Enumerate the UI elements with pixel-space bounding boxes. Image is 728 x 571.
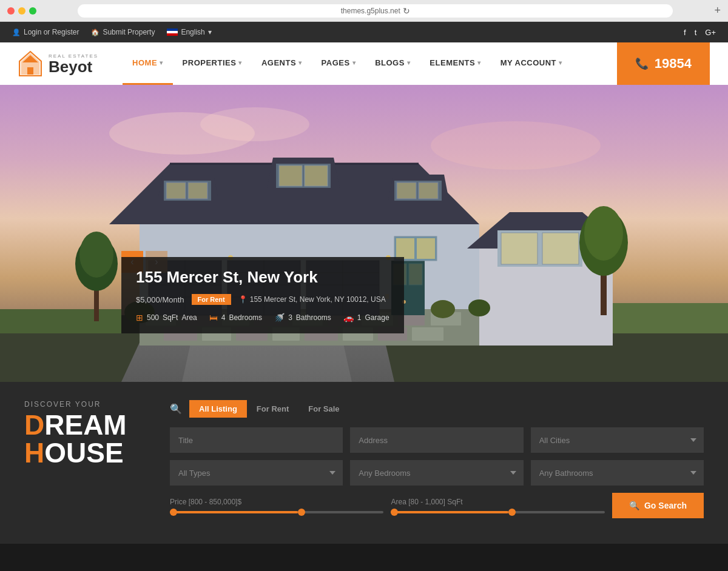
- close-window-button[interactable]: [7, 7, 15, 15]
- tab-for-sale[interactable]: For Sale: [298, 400, 349, 418]
- tab-all-listing[interactable]: All Listing: [189, 400, 247, 418]
- bedrooms-select[interactable]: Any Bedrooms: [350, 460, 523, 486]
- feature-garage: 🚗 1 Garage: [343, 313, 389, 322]
- twitter-icon[interactable]: t: [695, 28, 697, 37]
- nav-pages[interactable]: PAGES ▾: [312, 42, 366, 85]
- property-overlay: 155 Mercer St, New York $5,000/Month For…: [121, 257, 404, 333]
- tab-for-rent[interactable]: For Rent: [247, 400, 298, 418]
- search-btn-label: Go Search: [644, 501, 687, 510]
- nav-blogs[interactable]: BLOGS ▾: [365, 42, 420, 85]
- svg-point-83: [584, 206, 623, 261]
- nav-account[interactable]: MY ACCOUNT ▾: [491, 42, 572, 85]
- language-selector[interactable]: English ▾: [167, 28, 211, 36]
- svg-rect-23: [166, 182, 186, 199]
- dream-ream: REAM: [44, 409, 126, 441]
- search-row-3: Price [800 - 850,000]$ Area [80 - 1,000]…: [170, 493, 704, 518]
- nav-home-arrow: ▾: [160, 59, 163, 66]
- property-badge: For Rent: [192, 294, 231, 305]
- add-tab-button[interactable]: +: [714, 4, 721, 17]
- svg-rect-3: [27, 67, 33, 75]
- nav-account-label: MY ACCOUNT: [500, 58, 556, 67]
- svg-point-80: [79, 232, 113, 278]
- feature-bathrooms: 🚿 3 Bathrooms: [274, 313, 331, 322]
- svg-rect-77: [542, 233, 579, 264]
- nav-agents[interactable]: AGENTS ▾: [252, 42, 312, 85]
- nav-properties-label: PROPERTIES: [183, 58, 237, 67]
- bedrooms-label: Bedrooms: [229, 313, 262, 322]
- hero-background: [0, 85, 728, 382]
- phone-box[interactable]: 📞 19854: [617, 42, 710, 85]
- search-magnifier-icon: 🔍: [170, 403, 182, 415]
- svg-rect-46: [412, 327, 443, 341]
- user-icon: 👤: [12, 28, 21, 36]
- svg-rect-24: [188, 182, 207, 199]
- dream-text: DISCOVER YOUR DREAM HOUSE: [24, 400, 146, 467]
- logo-icon: [18, 50, 42, 77]
- type-select[interactable]: All Types: [170, 460, 343, 486]
- nav-pages-label: PAGES: [322, 58, 350, 67]
- svg-point-8: [431, 121, 601, 170]
- address-input[interactable]: [350, 427, 523, 453]
- nav-properties[interactable]: PROPERTIES ▾: [173, 42, 252, 85]
- svg-rect-69: [396, 238, 414, 259]
- url-text: themes.g5plus.net: [341, 7, 400, 15]
- property-meta: $5,000/Month For Rent 📍 155 Mercer St, N…: [136, 293, 389, 306]
- search-button[interactable]: 🔍 Go Search: [612, 493, 704, 518]
- feature-area: ⊞ 500 SqFt Area: [136, 313, 197, 322]
- address-bar[interactable]: themes.g5plus.net ↻: [78, 4, 673, 18]
- bathrooms-select[interactable]: Any Bathrooms: [531, 460, 704, 486]
- maximize-window-button[interactable]: [29, 7, 36, 15]
- dream-heading: DREAM HOUSE: [24, 411, 146, 467]
- login-register-link[interactable]: 👤 Login or Register: [12, 28, 79, 36]
- nav-account-arrow: ▾: [559, 59, 562, 66]
- nav-home-label: HOME: [132, 58, 157, 67]
- garage-value: 1: [357, 313, 362, 322]
- nav-properties-arrow: ▾: [238, 59, 242, 66]
- nav-agents-label: AGENTS: [261, 58, 296, 67]
- main-nav: HOME ▾ PROPERTIES ▾ AGENTS ▾ PAGES ▾ BLO…: [123, 42, 617, 85]
- area-value: 500: [147, 313, 159, 322]
- price-range-min-thumb[interactable]: [170, 509, 177, 516]
- logo-text: REAL ESTATES Beyot: [49, 53, 98, 75]
- property-address: 📍 155 Mercer St, New York, NY 10012, USA: [238, 295, 386, 304]
- area-range-fill: [391, 511, 508, 513]
- svg-rect-76: [501, 233, 538, 264]
- price-range-group: Price [800 - 850,000]$: [170, 498, 383, 513]
- search-tabs: 🔍 All Listing For Rent For Sale: [170, 400, 704, 418]
- area-range-group: Area [80 - 1,000] SqFt: [391, 498, 604, 513]
- area-range-min-thumb[interactable]: [391, 509, 398, 516]
- search-row-1: All Cities: [170, 427, 704, 453]
- search-row-2: All Types Any Bedrooms Any Bathrooms: [170, 460, 704, 486]
- nav-elements[interactable]: ELEMENTS ▾: [420, 42, 490, 85]
- window-controls: [7, 7, 36, 15]
- svg-point-7: [200, 107, 309, 141]
- google-plus-icon[interactable]: G+: [705, 28, 716, 37]
- refresh-icon[interactable]: ↻: [403, 6, 410, 16]
- hero-section: ‹ › 155 Mercer St, New York $5,000/Month…: [0, 85, 728, 382]
- bedrooms-value: 4: [221, 313, 226, 322]
- discover-label: DISCOVER YOUR: [24, 400, 146, 409]
- title-input[interactable]: [170, 427, 343, 453]
- svg-point-86: [468, 299, 490, 316]
- minimize-window-button[interactable]: [18, 7, 25, 15]
- top-bar: 👤 Login or Register 🏠 Submit Property En…: [0, 22, 728, 42]
- area-range-max-thumb[interactable]: [508, 509, 516, 516]
- phone-number: 19854: [655, 56, 692, 72]
- svg-rect-11: [0, 309, 121, 333]
- nav-elements-label: ELEMENTS: [430, 58, 475, 67]
- price-range-max-thumb[interactable]: [298, 509, 305, 516]
- location-icon: 📍: [238, 295, 248, 304]
- logo[interactable]: REAL ESTATES Beyot: [18, 50, 98, 77]
- facebook-icon[interactable]: f: [684, 28, 686, 37]
- svg-rect-19: [279, 165, 302, 186]
- nav-agents-arrow: ▾: [298, 59, 302, 66]
- svg-point-85: [431, 300, 455, 318]
- dream-h: H: [24, 437, 44, 469]
- home-icon: 🏠: [91, 28, 99, 36]
- bath-icon: 🚿: [274, 313, 285, 322]
- city-select[interactable]: All Cities: [531, 427, 704, 453]
- svg-rect-20: [305, 165, 328, 186]
- submit-property-link[interactable]: 🏠 Submit Property: [91, 28, 155, 36]
- nav-home[interactable]: HOME ▾: [123, 42, 173, 85]
- search-section: DISCOVER YOUR DREAM HOUSE 🔍 All Listing …: [0, 382, 728, 544]
